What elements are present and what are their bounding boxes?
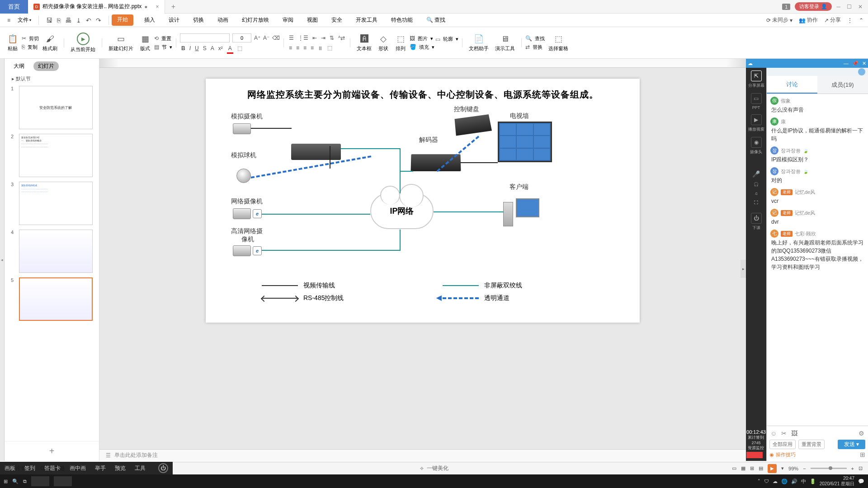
present-tools-button[interactable]: 🖥 演示工具: [492, 32, 518, 54]
tab-insert[interactable]: 插入: [142, 14, 158, 26]
zoom-level[interactable]: 99%: [788, 466, 798, 471]
tab-transition[interactable]: 切换: [190, 14, 207, 26]
zoom-slider[interactable]: [811, 468, 847, 469]
view-normal-icon[interactable]: ▭: [732, 465, 736, 471]
checkin-button[interactable]: 签到: [24, 465, 35, 472]
pin-icon[interactable]: 📌: [852, 61, 859, 66]
smartart-icon[interactable]: ⬚: [326, 44, 334, 52]
microphone-icon[interactable]: 🎤: [752, 170, 760, 178]
fullscreen-icon[interactable]: ⛶: [754, 200, 758, 205]
emoji-icon[interactable]: ☺: [770, 430, 777, 437]
zoom-in-icon[interactable]: +: [851, 466, 854, 471]
tray-volume-icon[interactable]: 🔊: [791, 479, 797, 484]
columns-icon[interactable]: ⫼: [316, 44, 325, 52]
search-commands[interactable]: 🔍 查找: [424, 14, 448, 26]
notifications-icon[interactable]: 💬: [858, 479, 864, 484]
maximize-icon[interactable]: ☐: [847, 4, 852, 10]
tab-features[interactable]: 特色功能: [388, 14, 415, 26]
font-family-select[interactable]: [180, 33, 230, 42]
close-tab-icon[interactable]: ×: [156, 4, 159, 10]
strike-button[interactable]: S: [202, 44, 208, 52]
select-pane-button[interactable]: ⬚ 选择窗格: [546, 32, 571, 54]
end-class-button[interactable]: ⏻下课: [751, 213, 762, 231]
start-icon[interactable]: ⊞: [4, 479, 8, 484]
slide-thumb-3[interactable]: 安防系统的组成………………………………………………………………: [19, 182, 93, 225]
underline-button[interactable]: U: [193, 44, 200, 52]
app-menu-icon[interactable]: ≡: [5, 17, 13, 23]
editor-collapse-icon[interactable]: ▸: [741, 260, 746, 278]
fit-window-icon[interactable]: ⊡: [859, 465, 863, 471]
doc-helper-button[interactable]: 📄 文档助手: [466, 32, 491, 54]
close-window-icon[interactable]: ✕: [858, 4, 863, 10]
tips-link[interactable]: 操作技巧: [776, 451, 796, 458]
fill-button[interactable]: 🪣 填充 ▾: [410, 44, 434, 51]
members-tab[interactable]: 成员(19): [817, 76, 868, 94]
slide-thumb-1[interactable]: 安全防范系统的了解: [19, 86, 93, 129]
slide-thumb-2[interactable]: 安全防范原理介绍一、安防系统的概念………………………………………………………………: [19, 134, 93, 177]
minimize-icon[interactable]: ─: [836, 4, 840, 10]
collapse-panel-icon[interactable]: ◂: [0, 59, 5, 461]
camera-button[interactable]: ◉摄像头: [750, 137, 762, 155]
redo-icon[interactable]: ↷: [96, 17, 101, 24]
slides-tab[interactable]: 幻灯片: [33, 61, 59, 71]
scissors-icon[interactable]: ✂: [781, 430, 787, 437]
login-button[interactable]: 访客登录 👤: [795, 2, 832, 11]
notes-bar[interactable]: ☰ 单击此处添加备注: [99, 449, 746, 461]
print-preview-icon[interactable]: ⎘: [57, 17, 61, 24]
align-left-icon[interactable]: ≡: [288, 44, 293, 52]
music-icon[interactable]: ♫: [755, 191, 758, 196]
share-screen-button[interactable]: ⇱分享屏幕: [748, 70, 764, 89]
play-view-button[interactable]: ▶播放视窗: [748, 114, 764, 132]
taskbar-app-1[interactable]: [31, 476, 49, 486]
cut-button[interactable]: ✂ 剪切: [22, 35, 39, 42]
more-menu-icon[interactable]: ⋮: [847, 17, 853, 23]
search-taskbar-icon[interactable]: 🔍: [12, 479, 19, 484]
slideshow-button[interactable]: ▶: [768, 464, 777, 473]
tab-security[interactable]: 安全: [329, 14, 345, 26]
notification-badge[interactable]: 1: [782, 4, 790, 10]
ppt-mode-button[interactable]: ▭PPT: [751, 93, 762, 110]
tab-document[interactable]: D 稻壳摄像录像 像安装注册.. 网络监控.pptx ● ×: [28, 0, 165, 14]
apps-grid-icon[interactable]: ⊞: [860, 451, 865, 458]
play-from-current-button[interactable]: ▶ 从当前开始: [68, 31, 98, 55]
reset-button[interactable]: ⟲ 重置: [154, 35, 172, 42]
send-button[interactable]: 发送 ▾: [838, 440, 865, 449]
shape-button[interactable]: ◇ 形状: [375, 32, 392, 54]
tray-chevron-icon[interactable]: ˄: [758, 479, 760, 484]
task-view-icon[interactable]: ⧉: [23, 479, 27, 484]
zoom-out-icon[interactable]: −: [803, 466, 806, 471]
cloud-icon[interactable]: ☁: [748, 61, 753, 66]
outline-button[interactable]: ▭ 轮廓 ▾: [435, 36, 458, 42]
file-menu[interactable]: 文件 ▾: [13, 16, 36, 24]
font-size-select[interactable]: [232, 33, 251, 42]
bold-button[interactable]: B: [180, 44, 187, 52]
indent-right-icon[interactable]: ⇥: [320, 34, 327, 42]
tab-slideshow[interactable]: 幻灯片放映: [239, 14, 272, 26]
highlight-button[interactable]: A: [209, 44, 216, 52]
minimize-panel-icon[interactable]: —: [844, 61, 849, 66]
print-icon[interactable]: 🖶: [65, 17, 71, 24]
close-panel-icon[interactable]: ✕: [862, 61, 866, 66]
clear-format-icon[interactable]: ⌫: [272, 35, 280, 41]
increase-font-icon[interactable]: A⁺: [254, 35, 260, 41]
view-sorter-icon[interactable]: ▦: [741, 465, 745, 471]
format-painter-button[interactable]: 🖌 格式刷: [40, 32, 60, 54]
bullets-icon[interactable]: ☰: [288, 34, 295, 42]
text-effect-button[interactable]: ⬚: [236, 44, 244, 52]
add-tab-icon[interactable]: +: [171, 3, 175, 11]
textbox-button[interactable]: 🅰 文本框: [354, 32, 374, 54]
all-apps-button[interactable]: 全部应用: [769, 440, 796, 449]
tray-ime-icon[interactable]: 中: [801, 478, 806, 485]
tray-shield-icon[interactable]: 🛡: [764, 479, 769, 484]
image-button[interactable]: 🖼 图片 ▾: [410, 35, 434, 42]
tray-onedrive-icon[interactable]: ☁: [773, 479, 778, 484]
numbering-icon[interactable]: ⋮☰: [297, 34, 310, 42]
slide-thumb-4[interactable]: [19, 230, 93, 273]
tools-button[interactable]: 工具: [135, 465, 146, 472]
tab-devtools[interactable]: 开发工具: [353, 14, 380, 26]
slide-thumb-5[interactable]: [19, 277, 93, 321]
layout-button[interactable]: ▦ 版式: [137, 32, 153, 54]
section-header[interactable]: ▸ 默认节: [5, 74, 99, 84]
answer-button[interactable]: 答题卡: [44, 465, 61, 472]
align-right-icon[interactable]: ≡: [302, 44, 308, 52]
